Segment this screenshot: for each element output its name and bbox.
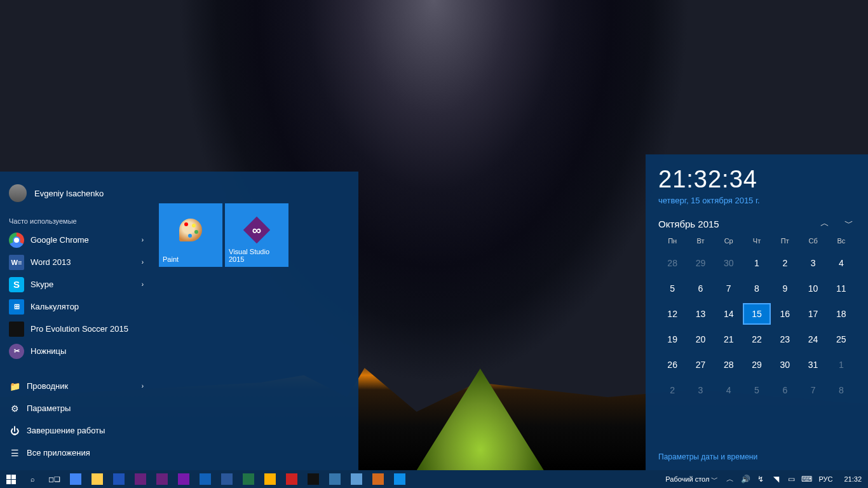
- calendar-day[interactable]: 14: [715, 303, 743, 325]
- calendar-day[interactable]: 30: [771, 354, 799, 376]
- calendar-day[interactable]: 23: [771, 329, 799, 350]
- tv-icon: [394, 473, 405, 485]
- sys-icon: ⏻: [9, 425, 20, 437]
- search-button[interactable]: ⌕: [22, 470, 43, 488]
- calendar-day[interactable]: 18: [827, 303, 855, 325]
- onenote-icon: [178, 473, 189, 485]
- calendar-prev-month-button[interactable]: ︿: [818, 218, 831, 229]
- clock-full-date[interactable]: четверг, 15 октября 2015 г.: [658, 196, 855, 205]
- sys-label: Завершение работы: [27, 426, 105, 435]
- calendar-day[interactable]: 11: [827, 278, 855, 299]
- keyboard-icon[interactable]: ⌨: [799, 470, 813, 488]
- taskbar-app-paint[interactable]: [367, 470, 389, 488]
- bluetooth-icon[interactable]: ↯: [754, 470, 768, 488]
- sys-icon: 📁: [9, 381, 20, 392]
- taskbar-app-word[interactable]: [216, 470, 238, 488]
- taskbar-app-py[interactable]: [324, 470, 346, 488]
- word-ic: W≡: [9, 255, 24, 270]
- tile-paint[interactable]: Paint: [159, 203, 222, 267]
- sys-item-3[interactable]: ☰Все приложения: [0, 442, 153, 464]
- calendar-day[interactable]: 3: [799, 252, 827, 274]
- app-label: Pro Evolution Soccer 2015: [31, 324, 128, 334]
- calendar-day[interactable]: 15: [743, 303, 771, 325]
- calendar-day[interactable]: 6: [686, 278, 714, 299]
- calendar-day[interactable]: 12: [658, 303, 686, 325]
- battery-icon[interactable]: ▭: [784, 470, 798, 488]
- calendar-day[interactable]: 28: [658, 252, 686, 274]
- app-item-2[interactable]: SSkype›: [0, 273, 153, 295]
- taskbar-app-x64[interactable]: [281, 470, 302, 488]
- sys-item-0[interactable]: 📁Проводник›: [0, 375, 153, 397]
- calendar-day[interactable]: 26: [658, 354, 686, 376]
- calendar-day[interactable]: 27: [686, 354, 714, 376]
- calendar-day[interactable]: 2: [771, 252, 799, 274]
- volume-icon[interactable]: 🔊: [738, 470, 752, 488]
- calendar-day[interactable]: 29: [686, 252, 714, 274]
- taskbar-app-onenote[interactable]: [173, 470, 194, 488]
- taskbar-app-cmd[interactable]: [302, 470, 324, 488]
- taskbar-app-calc[interactable]: [194, 470, 216, 488]
- calendar-month-label[interactable]: Октябрь 2015: [658, 219, 719, 229]
- calendar-day[interactable]: 21: [715, 329, 743, 350]
- calendar-day[interactable]: 24: [799, 329, 827, 350]
- calendar-day[interactable]: 7: [715, 278, 743, 299]
- calendar-day[interactable]: 8: [743, 278, 771, 299]
- calendar-day[interactable]: 10: [799, 278, 827, 299]
- calendar-day[interactable]: 1: [743, 252, 771, 274]
- app-item-5[interactable]: ✂Ножницы: [0, 340, 153, 362]
- start-left-column: Evgeniy Isachenko Часто используемые Goo…: [0, 172, 153, 470]
- taskbar-app-excel[interactable]: [238, 470, 259, 488]
- sys-icon: ⚙: [9, 403, 20, 414]
- task-view-button[interactable]: ◻❏: [43, 470, 65, 488]
- calendar-day[interactable]: 20: [686, 329, 714, 350]
- taskbar-app-chrome[interactable]: [65, 470, 86, 488]
- input-language-button[interactable]: РУС: [815, 475, 836, 483]
- tray-overflow-button[interactable]: ︿: [723, 470, 737, 488]
- calendar-day[interactable]: 7: [799, 379, 827, 401]
- calendar-day[interactable]: 5: [658, 278, 686, 299]
- app-item-0[interactable]: Google Chrome›: [0, 229, 153, 251]
- taskbar-app-vs[interactable]: [130, 470, 151, 488]
- calendar-day[interactable]: 29: [743, 354, 771, 376]
- calendar-day[interactable]: 16: [771, 303, 799, 325]
- calendar-day[interactable]: 30: [715, 252, 743, 274]
- taskbar-app-tv[interactable]: [389, 470, 410, 488]
- app-item-1[interactable]: W≡Word 2013›: [0, 251, 153, 273]
- calendar-day[interactable]: 2: [658, 379, 686, 401]
- calendar-day[interactable]: 5: [743, 379, 771, 401]
- calendar-day[interactable]: 3: [686, 379, 714, 401]
- start-button[interactable]: [0, 470, 22, 488]
- taskbar-app-task[interactable]: [346, 470, 367, 488]
- scis-ic: ✂: [9, 344, 24, 359]
- taskbar-app-save[interactable]: [108, 470, 130, 488]
- calendar-day[interactable]: 9: [771, 278, 799, 299]
- calendar-day[interactable]: 31: [799, 354, 827, 376]
- tile-visual-studio[interactable]: Visual Studio 2015: [225, 203, 288, 267]
- calendar-day[interactable]: 6: [771, 379, 799, 401]
- app-item-4[interactable]: Pro Evolution Soccer 2015: [0, 318, 153, 340]
- calendar-day[interactable]: 1: [827, 354, 855, 376]
- taskbar-clock[interactable]: 21:32: [837, 475, 868, 483]
- calendar-day[interactable]: 22: [743, 329, 771, 350]
- calendar-day[interactable]: 13: [686, 303, 714, 325]
- calendar-day[interactable]: 17: [799, 303, 827, 325]
- app-item-3[interactable]: ⊞Калькулятор: [0, 295, 153, 318]
- windows-logo-icon: [6, 475, 16, 484]
- calendar-day[interactable]: 4: [715, 379, 743, 401]
- calendar-day[interactable]: 25: [827, 329, 855, 350]
- show-desktop-label[interactable]: Рабочий стол ﹀: [661, 475, 722, 484]
- date-time-settings-link[interactable]: Параметры даты и времени: [658, 452, 757, 461]
- sys-item-1[interactable]: ⚙Параметры: [0, 397, 153, 419]
- calendar-day[interactable]: 4: [827, 252, 855, 274]
- calendar-next-month-button[interactable]: ﹀: [843, 218, 855, 229]
- taskbar-app-vs2[interactable]: [151, 470, 173, 488]
- sys-item-2[interactable]: ⏻Завершение работы: [0, 419, 153, 442]
- taskbar-app-explorer[interactable]: [86, 470, 108, 488]
- taskbar-app-hedge[interactable]: [259, 470, 281, 488]
- network-wifi-icon[interactable]: ◥: [769, 470, 783, 488]
- calendar-day[interactable]: 19: [658, 329, 686, 350]
- user-account-button[interactable]: Evgeniy Isachenko: [0, 178, 153, 208]
- calendar-day[interactable]: 8: [827, 379, 855, 401]
- calendar-day[interactable]: 28: [715, 354, 743, 376]
- app-label: Word 2013: [31, 257, 71, 267]
